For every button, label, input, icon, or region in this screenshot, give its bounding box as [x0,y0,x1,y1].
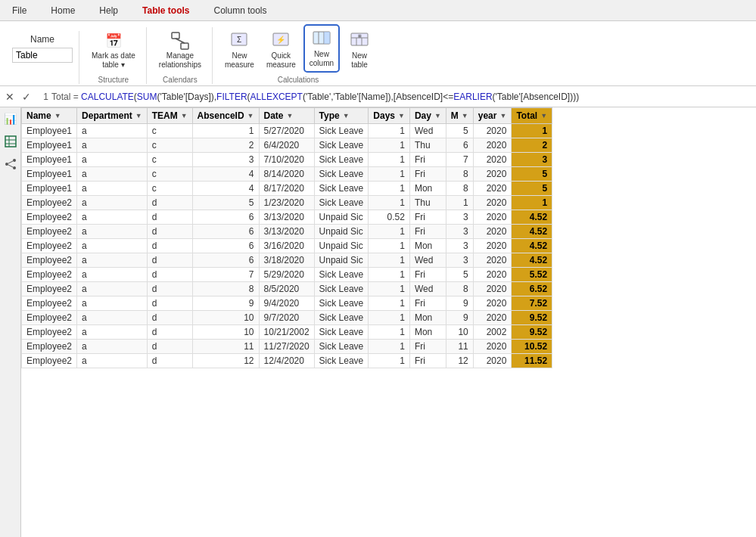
name-box-group: Name [6,31,79,84]
cell-team: d [147,354,192,368]
table-row[interactable]: Employee1ac26/4/2020Sick Leave1Thu620202 [22,138,552,153]
cell-department: a [77,354,148,368]
table-row[interactable]: Employee1ac48/17/2020Sick Leave1Mon82020… [22,182,552,196]
menu-home[interactable]: Home [45,2,81,19]
table-row[interactable]: Employee1ac37/10/2020Sick Leave1Fri72020… [22,153,552,167]
cell-type: Sick Leave [314,325,369,340]
table-row[interactable]: Employee2ad1010/21/2002Sick Leave1Mon102… [22,325,552,340]
type-filter-icon[interactable]: ▼ [343,112,350,120]
table-row[interactable]: Employee2ad88/5/2020Sick Leave1Wed820206… [22,282,552,296]
col-department: Department ▼ [77,108,148,124]
table-row[interactable]: Employee2ad63/13/2020Unpaid Sic1Fri32020… [22,225,552,239]
table-row[interactable]: Employee2ad109/7/2020Sick Leave1Mon92020… [22,311,552,325]
cell-total: 5.52 [512,268,552,282]
cell-type: Sick Leave [314,196,369,210]
table-row[interactable]: Employee2ad51/23/2020Sick Leave1Thu12020… [22,196,552,210]
svg-text:▦: ▦ [358,33,362,38]
team-filter-icon[interactable]: ▼ [181,112,188,120]
menu-help[interactable]: Help [93,2,124,19]
sidebar: 📊 [0,107,21,537]
quick-measure-label: Quickmeasure [266,51,296,70]
days-filter-icon[interactable]: ▼ [398,112,405,120]
dept-filter-icon[interactable]: ▼ [135,112,142,120]
cell-days: 1 [369,182,410,196]
cell-year: 2020 [473,282,512,296]
cell-date: 9/7/2020 [259,311,314,325]
formula-text[interactable]: Total = CALCULATE(SUM('Table'[Days]),FIL… [51,92,753,102]
cell-team: d [147,225,192,239]
cell-date: 1/23/2020 [259,196,314,210]
cell-absenceid: 9 [192,296,259,311]
formula-func-earlier: EARLIER [453,92,492,102]
formula-bar: ✕ ✓ 1 Total = CALCULATE(SUM('Table'[Days… [0,86,756,107]
name-input[interactable] [12,48,73,63]
manage-relationships-button[interactable]: Managerelationships [154,27,206,73]
cell-days: 1 [369,167,410,182]
cell-days: 1 [369,325,410,340]
cell-team: c [147,124,192,138]
cell-day: Fri [409,225,446,239]
svg-rect-10 [324,32,330,44]
svg-line-2 [176,39,185,43]
model-view-icon[interactable] [2,156,19,172]
menu-column-tools[interactable]: Column tools [208,2,273,19]
cell-name: Employee1 [22,124,77,138]
menu-file[interactable]: File [6,2,33,19]
m-filter-icon[interactable]: ▼ [462,112,468,120]
table-row[interactable]: Employee1ac48/14/2020Sick Leave1Fri82020… [22,167,552,182]
formula-cancel-button[interactable]: ✕ [3,91,17,103]
cell-department: a [77,296,148,311]
quick-measure-button[interactable]: ⚡ Quickmeasure [262,27,300,73]
cell-m: 12 [446,354,473,368]
menu-table-tools[interactable]: Table tools [136,2,195,19]
cell-date: 8/14/2020 [259,167,314,182]
name-filter-icon[interactable]: ▼ [54,112,61,120]
date-filter-icon[interactable]: ▼ [287,112,294,120]
cell-department: a [77,282,148,296]
cell-year: 2020 [473,182,512,196]
cell-total: 6.52 [512,282,552,296]
table-container[interactable]: Name ▼ Department ▼ TEAM ▼ [21,107,756,537]
data-view-icon[interactable] [2,133,19,150]
new-measure-button[interactable]: Σ Newmeasure [220,27,259,73]
cell-name: Employee2 [22,354,77,368]
cell-m: 6 [446,138,473,153]
cell-department: a [77,253,148,268]
cell-name: Employee2 [22,196,77,210]
col-absenceid: AbsenceID ▼ [192,108,259,124]
cell-days: 1 [369,354,410,368]
table-row[interactable]: Employee1ac15/27/2020Sick Leave1Wed52020… [22,124,552,138]
svg-line-23 [8,161,13,163]
new-table-button[interactable]: ▦ Newtable [343,27,376,73]
cell-name: Employee2 [22,210,77,225]
table-row[interactable]: Employee2ad1212/4/2020Sick Leave1Fri1220… [22,354,552,368]
table-row[interactable]: Employee2ad75/29/2020Sick Leave1Fri52020… [22,268,552,282]
calendars-group-label: Calendars [163,73,198,84]
ribbon-group-relationships: Σ Newmeasure ⚡ Quickmeasure [214,24,382,84]
cell-department: a [77,153,148,167]
cell-team: d [147,311,192,325]
table-row[interactable]: Employee2ad63/16/2020Unpaid Sic1Mon32020… [22,239,552,253]
absenceid-filter-icon[interactable]: ▼ [247,112,254,120]
cell-team: d [147,340,192,354]
cell-department: a [77,124,148,138]
year-filter-icon[interactable]: ▼ [499,112,506,120]
cell-total: 9.52 [512,325,552,340]
cell-m: 7 [446,153,473,167]
cell-date: 6/4/2020 [259,138,314,153]
report-view-icon[interactable]: 📊 [2,110,19,127]
cell-m: 8 [446,182,473,196]
cell-day: Fri [409,296,446,311]
cell-team: d [147,239,192,253]
mark-as-date-button[interactable]: 📅 Mark as datetable ▾ [87,27,140,73]
table-row[interactable]: Employee2ad1111/27/2020Sick Leave1Fri112… [22,340,552,354]
table-row[interactable]: Employee2ad99/4/2020Sick Leave1Fri920207… [22,296,552,311]
cell-date: 3/18/2020 [259,253,314,268]
table-row[interactable]: Employee2ad63/18/2020Unpaid Sic1Wed32020… [22,253,552,268]
table-row[interactable]: Employee2ad63/13/2020Unpaid Sic0.52Fri32… [22,210,552,225]
cell-day: Fri [409,354,446,368]
day-filter-icon[interactable]: ▼ [434,112,441,120]
new-column-button[interactable]: Newcolumn [303,24,340,73]
total-filter-icon[interactable]: ▼ [540,112,547,120]
formula-confirm-button[interactable]: ✓ [20,91,33,103]
